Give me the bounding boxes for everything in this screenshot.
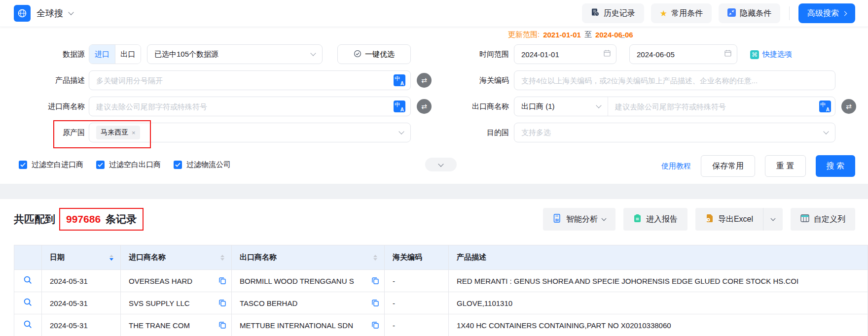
chevron-down-icon (310, 50, 316, 56)
col-header-hscode: 海关编码 (385, 245, 449, 270)
chevron-down-icon[interactable] (68, 9, 73, 15)
collapse-panel-button[interactable] (425, 158, 457, 171)
table-row: 2024-05-31 SVS SUPPLY LLC TASCO BERHAD -… (14, 292, 868, 314)
tab-import[interactable]: 进口 (89, 45, 115, 64)
chevron-down-icon (601, 216, 606, 221)
copy-icon[interactable] (371, 299, 379, 307)
exporter-label: 出口商名称 (424, 97, 509, 116)
reset-button[interactable]: 重 置 (765, 155, 805, 177)
hs-code-label: 海关编码 (424, 70, 509, 90)
update-range: 更新范围: 2021-01-01 至 2024-06-06 (508, 30, 633, 39)
cell-hscode: - (385, 292, 449, 314)
table-columns-icon (800, 214, 809, 224)
annotation-red-box-count: 997686 条记录 (59, 208, 144, 231)
one-click-optimize-button[interactable]: 一键优选 (337, 44, 411, 64)
product-desc-label: 产品描述 (0, 70, 85, 90)
update-range-label: 更新范围: (508, 30, 540, 39)
row-search-icon[interactable] (23, 320, 33, 329)
exact-match-swap-icon[interactable]: ⇄ (841, 99, 856, 114)
export-excel-button[interactable]: 导出Excel (695, 208, 763, 231)
cell-date: 2024-05-31 (42, 292, 121, 314)
date-start-input[interactable] (521, 50, 603, 59)
origin-country-tag: 马来西亚 × (96, 126, 140, 139)
copy-icon[interactable] (371, 277, 379, 285)
clipboard-icon (633, 214, 642, 225)
tab-export[interactable]: 出口 (115, 45, 141, 64)
enter-report-button[interactable]: 进入报告 (623, 208, 687, 231)
results-bar: 共匹配到 997686 条记录 BI 智能分析 进入报告 (0, 207, 868, 232)
cell-product-desc: RED MERANTI : GENUS SHOREA AND SPECIE JO… (449, 270, 868, 292)
sort-date[interactable] (109, 255, 113, 261)
cell-product-desc: 1X40 HC CONTAINERS CONTAINING,PART NO X0… (449, 314, 868, 336)
search-button[interactable]: 搜 索 (816, 155, 855, 177)
export-doc-icon (705, 214, 714, 225)
checked-checkbox-icon (174, 161, 182, 169)
export-options-button[interactable] (763, 208, 783, 231)
cell-exporter: TASCO BERHAD (232, 292, 385, 314)
date-end-field[interactable] (629, 44, 737, 64)
chevron-down-icon (596, 102, 601, 108)
hide-conditions-button[interactable]: 隐藏条件 (719, 3, 780, 23)
cell-exporter: METTUBE INTERNATIONAL SDN (232, 314, 385, 336)
update-range-start: 2021-01-01 (543, 31, 581, 39)
collapse-icon (727, 8, 736, 19)
advanced-search-button[interactable]: 高级搜索 (798, 3, 855, 23)
cell-product-desc: GLOVE,1101310 (449, 292, 868, 314)
importer-field[interactable]: 中A (89, 97, 411, 116)
cell-exporter: BORMILL WOOD TRENGGANU S (232, 270, 385, 292)
ai-analysis-button[interactable]: BI 智能分析 (543, 208, 615, 231)
checkbox-filter-blank-exporter[interactable]: 过滤空白出口商 (96, 160, 161, 169)
exporter-field-group: 出口商 (1) 中A (514, 97, 835, 116)
hs-code-input[interactable] (521, 76, 830, 85)
divider (789, 6, 790, 20)
checkbox-filter-blank-importer[interactable]: 过滤空白进口商 (19, 160, 83, 169)
copy-icon[interactable] (371, 321, 379, 329)
date-end-input[interactable] (637, 50, 724, 59)
exporter-input[interactable] (608, 102, 819, 111)
search-column-header (14, 245, 42, 270)
translate-icon[interactable]: 中A (394, 74, 405, 86)
export-split-button: 导出Excel (695, 208, 783, 231)
translate-icon[interactable]: 中A (819, 101, 831, 112)
row-search-icon[interactable] (23, 298, 33, 307)
form-actions: 使用教程 保存常用 重 置 搜 索 (661, 155, 855, 177)
calendar-icon (724, 49, 732, 59)
history-button[interactable]: 历史记录 (582, 3, 644, 23)
sort-exporter[interactable] (373, 255, 377, 261)
importer-input[interactable] (96, 102, 394, 111)
tutorial-link[interactable]: 使用教程 (661, 162, 691, 171)
dest-country-select[interactable]: 支持多选 (514, 123, 835, 142)
cell-hscode: - (385, 314, 449, 336)
translate-icon[interactable]: 中A (394, 101, 405, 112)
brand[interactable]: 全球搜 (14, 5, 73, 22)
product-desc-field[interactable]: 中A (89, 70, 411, 90)
importer-label: 进口商名称 (0, 97, 85, 116)
hs-code-field[interactable] (514, 70, 835, 90)
checkbox-filter-logistics[interactable]: 过滤物流公司 (174, 160, 231, 169)
exporter-type-select[interactable]: 出口商 (1) (514, 97, 608, 116)
favorites-button[interactable]: ★ 常用条件 (651, 3, 712, 23)
cell-importer: OVERSEAS HARD (121, 270, 232, 292)
col-header-exporter: 出口商名称 (232, 245, 385, 270)
sort-importer[interactable] (220, 255, 224, 261)
copy-icon[interactable] (218, 299, 226, 307)
cell-hscode: - (385, 270, 449, 292)
import-export-toggle: 进口 出口 (89, 44, 141, 64)
row-search-icon[interactable] (23, 275, 33, 285)
cell-importer: SVS SUPPLY LLC (121, 292, 232, 314)
quick-options-link[interactable]: ⌘ 快捷选项 (750, 50, 792, 59)
filter-checkboxes: 过滤空白进口商 过滤空白出口商 过滤物流公司 (19, 160, 231, 169)
product-desc-input[interactable] (96, 76, 394, 85)
results-section: 共匹配到 997686 条记录 BI 智能分析 进入报告 (0, 207, 868, 336)
chevron-right-icon (842, 11, 847, 16)
data-source-select[interactable]: 已选中105个数据源 (147, 44, 323, 64)
origin-country-select[interactable]: 马来西亚 × (89, 123, 411, 142)
custom-columns-button[interactable]: 自定义列 (791, 208, 855, 231)
chevron-down-icon (823, 129, 829, 134)
col-header-date: 日期 (42, 245, 121, 270)
save-common-button[interactable]: 保存常用 (701, 155, 755, 177)
copy-icon[interactable] (218, 277, 226, 285)
copy-icon[interactable] (218, 321, 226, 329)
date-start-field[interactable] (514, 44, 616, 64)
remove-tag-icon[interactable]: × (132, 129, 136, 136)
